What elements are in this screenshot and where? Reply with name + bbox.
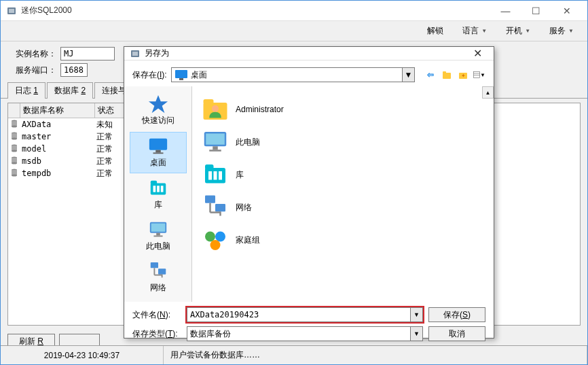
location-combo[interactable]: 桌面 ▼	[171, 67, 415, 82]
svg-rect-22	[443, 71, 446, 73]
chevron-down-icon: ▼	[525, 28, 530, 34]
place-label: 桌面	[150, 157, 166, 169]
view-menu-icon[interactable]: ▼	[473, 69, 485, 81]
svg-point-10	[12, 150, 17, 152]
close-button[interactable]: ✕	[551, 1, 582, 21]
language-menu[interactable]: 语言▼	[456, 23, 494, 39]
computer-icon	[147, 220, 169, 239]
place-label: 此电脑	[146, 241, 170, 252]
filetype-label: 保存类型(T):	[132, 328, 181, 340]
port-input[interactable]	[60, 63, 88, 77]
database-icon	[11, 120, 18, 128]
filename-combo: ▼	[187, 307, 423, 322]
places-item-computer[interactable]: 此电脑	[130, 216, 187, 256]
places-bar: 快速访问桌面库此电脑网络	[124, 86, 192, 302]
svg-rect-30	[155, 150, 161, 153]
dialog-close-button[interactable]: ✕	[466, 47, 488, 60]
new-folder-icon[interactable]: ✦	[457, 69, 469, 81]
places-item-network[interactable]: 网络	[130, 258, 187, 298]
svg-rect-56	[214, 171, 217, 180]
scroll-up-icon[interactable]: ▲	[482, 86, 494, 99]
svg-rect-18	[132, 52, 138, 56]
svg-point-7	[12, 137, 17, 139]
svg-rect-42	[158, 268, 166, 274]
app-icon	[6, 5, 17, 16]
file-label: 库	[236, 169, 244, 181]
svg-text:✦: ✦	[461, 73, 466, 79]
statusbar: 2019-04-23 10:49:37 用户尝试备份数据库……	[1, 345, 587, 364]
library-icon	[200, 161, 230, 188]
svg-rect-35	[157, 186, 160, 192]
status-message: 用户尝试备份数据库……	[164, 346, 587, 364]
filename-label: 文件名(N):	[132, 309, 181, 321]
filetype-input	[187, 327, 410, 341]
file-list[interactable]: ▲ Administrator此电脑库网络家庭组	[192, 86, 494, 302]
tab-log[interactable]: 日志 1	[7, 82, 45, 99]
file-item[interactable]: 此电脑	[198, 126, 488, 158]
file-item[interactable]: 库	[198, 158, 488, 191]
svg-rect-59	[215, 204, 225, 211]
minimize-button[interactable]: —	[490, 1, 521, 21]
svg-rect-36	[160, 186, 163, 192]
places-item-desktop[interactable]: 桌面	[130, 132, 187, 173]
main-toolbar: 解锁 语言▼ 开机▼ 服务▼	[1, 21, 587, 41]
svg-rect-55	[208, 171, 212, 180]
svg-rect-54	[205, 164, 214, 170]
desktop-icon	[147, 137, 169, 156]
location-text: 桌面	[191, 69, 402, 81]
dialog-icon	[130, 48, 141, 59]
filename-dropdown-icon[interactable]: ▼	[410, 308, 422, 321]
file-label: Administrator	[236, 105, 284, 114]
svg-rect-40	[153, 235, 162, 237]
dialog-titlebar: 另存为 ✕	[124, 47, 494, 60]
network-icon	[147, 262, 169, 281]
filename-input[interactable]	[187, 308, 410, 321]
grid-col-icon[interactable]	[8, 103, 20, 118]
svg-point-64	[215, 232, 225, 242]
cancel-button[interactable]: 取消	[428, 326, 485, 341]
svg-rect-51	[213, 146, 218, 150]
places-item-library[interactable]: 库	[130, 175, 187, 215]
dialog-bottom: 文件名(N): ▼ 保存(S) 保存类型(T): ▼ 取消	[124, 302, 494, 347]
dialog-body: 快速访问桌面库此电脑网络 ▲ Administrator此电脑库网络家庭组	[124, 86, 494, 302]
window-controls: — ☐ ✕	[490, 1, 582, 21]
svg-rect-33	[150, 181, 156, 185]
instance-label: 实例名称：	[10, 48, 56, 60]
svg-rect-25	[474, 72, 480, 78]
network-icon	[200, 194, 230, 221]
svg-rect-41	[150, 262, 158, 268]
file-item[interactable]: 网络	[198, 191, 488, 224]
save-button[interactable]: 保存(S)	[428, 307, 485, 322]
svg-rect-52	[209, 150, 221, 152]
location-dropdown-icon[interactable]: ▼	[402, 68, 414, 82]
file-label: 网络	[236, 202, 252, 213]
back-icon[interactable]: ⇦	[424, 69, 437, 81]
svg-rect-50	[206, 134, 225, 145]
places-item-star[interactable]: 快速访问	[130, 90, 187, 131]
up-one-level-icon[interactable]	[441, 69, 453, 81]
filetype-combo[interactable]: ▼	[187, 326, 423, 341]
file-item[interactable]: 家庭组	[198, 224, 488, 256]
dialog-location-row: 保存在(I): 桌面 ▼ ⇦ ✦ ▼	[124, 60, 494, 86]
unlock-menu[interactable]: 解锁	[420, 23, 450, 39]
svg-point-13	[12, 162, 17, 164]
svg-rect-19	[175, 70, 187, 78]
svg-point-48	[212, 105, 219, 112]
svg-rect-31	[153, 152, 163, 154]
place-label: 快速访问	[142, 115, 174, 126]
database-icon	[11, 132, 18, 140]
filetype-dropdown-icon[interactable]: ▼	[410, 327, 422, 341]
instance-input[interactable]	[60, 47, 115, 60]
titlebar: 迷你SQL2000 — ☐ ✕	[1, 1, 587, 21]
power-menu[interactable]: 开机▼	[499, 23, 537, 39]
maximize-button[interactable]: ☐	[521, 1, 551, 21]
tab-database[interactable]: 数据库 2	[47, 82, 93, 99]
app-title: 迷你SQL2000	[21, 5, 490, 16]
service-menu[interactable]: 服务▼	[543, 23, 581, 39]
file-item[interactable]: Administrator	[198, 93, 488, 126]
port-label: 服务端口：	[10, 65, 56, 76]
svg-rect-39	[156, 233, 160, 236]
grid-col-name[interactable]: 数据库名称	[20, 103, 95, 118]
star-icon	[147, 94, 169, 114]
svg-rect-57	[219, 171, 222, 180]
